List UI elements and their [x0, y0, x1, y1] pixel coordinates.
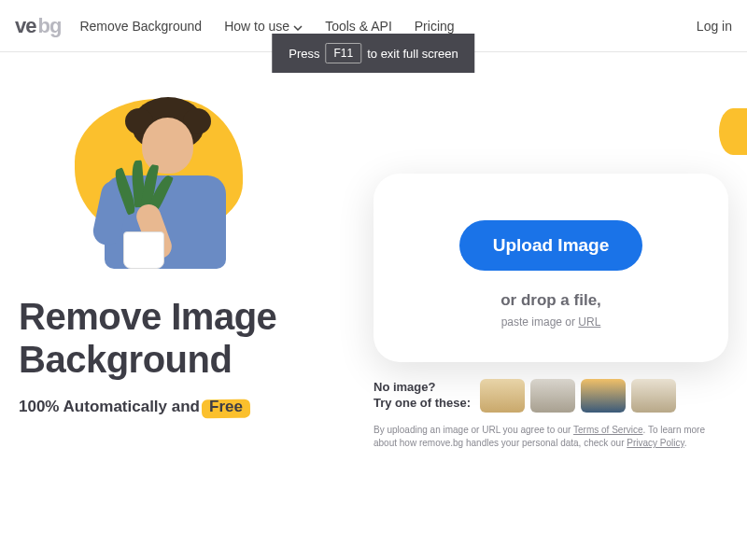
nav-tools-api[interactable]: Tools & API [325, 19, 392, 34]
privacy-policy-link[interactable]: Privacy Policy [627, 438, 684, 448]
hero-image [56, 90, 289, 276]
sample-thumb-3[interactable] [581, 379, 626, 413]
subheadline: 100% Automatically and Free [19, 398, 345, 416]
nav-how-to-use-label: How to use [224, 19, 289, 34]
logo[interactable]: ve bg [15, 14, 61, 38]
person-illustration [84, 91, 233, 269]
nav-remove-background[interactable]: Remove Background [79, 19, 202, 34]
samples-row: No image? Try one of these: [374, 379, 728, 413]
chevron-down-icon [293, 19, 303, 34]
samples-line1: No image? [374, 380, 471, 396]
sample-thumb-4[interactable] [631, 379, 676, 413]
login-link[interactable]: Log in [697, 19, 732, 34]
paste-prefix: paste image or [501, 315, 579, 329]
hero-left: Remove Image Background 100% Automatical… [19, 80, 345, 450]
logo-part1: ve [15, 14, 35, 38]
legal-t3: . [684, 438, 687, 448]
sub-prefix: 100% Automatically and [19, 398, 200, 416]
logo-part2: bg [37, 14, 61, 38]
legal-t1: By uploading an image or URL you agree t… [374, 425, 573, 435]
sample-thumb-1[interactable] [480, 379, 525, 413]
headline-line2: Background [19, 338, 345, 381]
upload-panel: Upload Image or drop a file, paste image… [374, 80, 728, 450]
sample-thumbs [480, 379, 676, 413]
legal-text: By uploading an image or URL you agree t… [374, 424, 728, 450]
f11-key: F11 [326, 43, 362, 63]
drop-file-text: or drop a file, [402, 291, 700, 310]
nav-pricing[interactable]: Pricing [415, 19, 455, 34]
headline-line1: Remove Image [19, 295, 345, 338]
main: Remove Image Background 100% Automatical… [0, 52, 747, 450]
nav: Remove Background How to use Tools & API… [79, 19, 696, 34]
nav-how-to-use[interactable]: How to use [224, 19, 303, 34]
decorative-blob-icon [719, 108, 747, 155]
upload-image-button[interactable]: Upload Image [459, 220, 643, 271]
page-title: Remove Image Background [19, 295, 345, 381]
samples-line2: Try one of these: [374, 396, 471, 412]
sample-thumb-2[interactable] [530, 379, 575, 413]
samples-text: No image? Try one of these: [374, 380, 471, 412]
fullscreen-press: Press [289, 47, 319, 61]
upload-card[interactable]: Upload Image or drop a file, paste image… [374, 174, 728, 362]
terms-of-service-link[interactable]: Terms of Service [573, 425, 642, 435]
paste-text: paste image or URL [402, 315, 700, 329]
free-badge: Free [205, 398, 247, 416]
paste-url-link[interactable]: URL [578, 315, 600, 329]
fullscreen-banner: Press F11 to exit full screen [272, 34, 474, 73]
fullscreen-exit: to exit full screen [367, 47, 458, 61]
